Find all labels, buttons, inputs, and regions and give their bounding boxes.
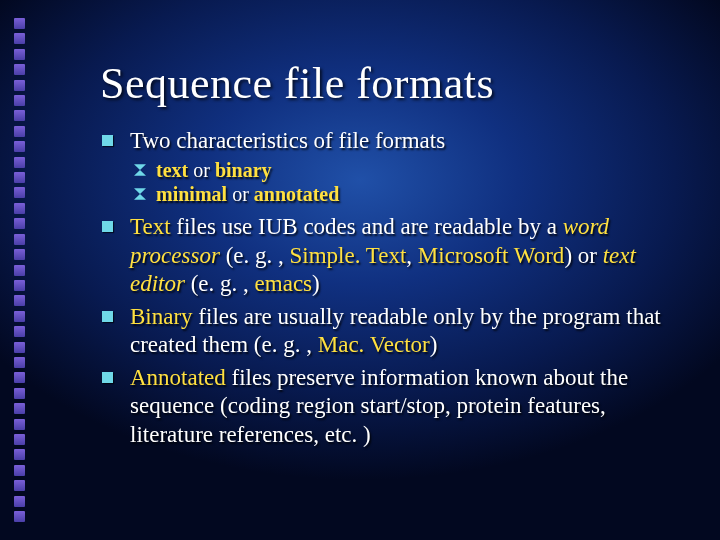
b2-t5: (e. g. ,	[185, 271, 255, 296]
bullet1-text: Two characteristics of file formats	[130, 128, 445, 153]
deco-square	[14, 280, 25, 291]
deco-square	[14, 480, 25, 491]
deco-square	[14, 218, 25, 229]
deco-square	[14, 357, 25, 368]
bullet-item-1: Two characteristics of file formats text…	[100, 127, 680, 207]
bullet-item-3: Binary files are usually readable only b…	[100, 303, 680, 360]
deco-square	[14, 311, 25, 322]
deco-square	[14, 388, 25, 399]
deco-square	[14, 157, 25, 168]
sub1-term-a: text	[156, 159, 188, 181]
slide-title: Sequence file formats	[100, 58, 680, 109]
deco-square	[14, 265, 25, 276]
b2-emacs: emacs	[255, 271, 312, 296]
b3-term: Binary	[130, 304, 193, 329]
deco-square	[14, 203, 25, 214]
deco-square	[14, 496, 25, 507]
deco-square	[14, 511, 25, 522]
deco-square	[14, 187, 25, 198]
deco-square	[14, 33, 25, 44]
deco-square	[14, 249, 25, 260]
deco-square	[14, 80, 25, 91]
b2-term: Text	[130, 214, 171, 239]
b3-t2: )	[430, 332, 438, 357]
sub2-term-b: annotated	[254, 183, 340, 205]
b2-t2: (e. g. ,	[220, 243, 290, 268]
deco-square	[14, 95, 25, 106]
deco-square	[14, 403, 25, 414]
sub1-term-b: binary	[215, 159, 272, 181]
deco-square	[14, 141, 25, 152]
deco-square	[14, 342, 25, 353]
b2-msword: Microsoft Word	[418, 243, 565, 268]
bullet-list-level1: Two characteristics of file formats text…	[100, 127, 680, 449]
b2-t6: )	[312, 271, 320, 296]
deco-square	[14, 234, 25, 245]
deco-square	[14, 465, 25, 476]
slide-content: Sequence file formats Two characteristic…	[100, 58, 680, 453]
deco-square	[14, 449, 25, 460]
b4-term: Annotated	[130, 365, 226, 390]
sub2-term-a: minimal	[156, 183, 227, 205]
b2-t4: ) or	[564, 243, 602, 268]
sub1-mid: or	[188, 159, 215, 181]
bullet-list-level2: text or binary minimal or annotated	[130, 158, 680, 208]
deco-square	[14, 110, 25, 121]
deco-square	[14, 18, 25, 29]
deco-square	[14, 326, 25, 337]
deco-square	[14, 172, 25, 183]
b3-macvector: Mac. Vector	[318, 332, 430, 357]
deco-square	[14, 434, 25, 445]
deco-square	[14, 295, 25, 306]
b2-t3: ,	[406, 243, 418, 268]
deco-square	[14, 64, 25, 75]
deco-square	[14, 372, 25, 383]
deco-square	[14, 419, 25, 430]
sub2-mid: or	[227, 183, 254, 205]
deco-square	[14, 126, 25, 137]
deco-square	[14, 49, 25, 60]
decorative-squares-column	[14, 18, 26, 522]
sub-bullet-2: minimal or annotated	[130, 182, 680, 207]
sub-bullet-1: text or binary	[130, 158, 680, 183]
bullet-item-2: Text files use IUB codes and are readabl…	[100, 213, 680, 299]
bullet-item-4: Annotated files preserve information kno…	[100, 364, 680, 450]
b2-t1: files use IUB codes and are readable by …	[171, 214, 563, 239]
b2-simpletext: Simple. Text	[290, 243, 407, 268]
